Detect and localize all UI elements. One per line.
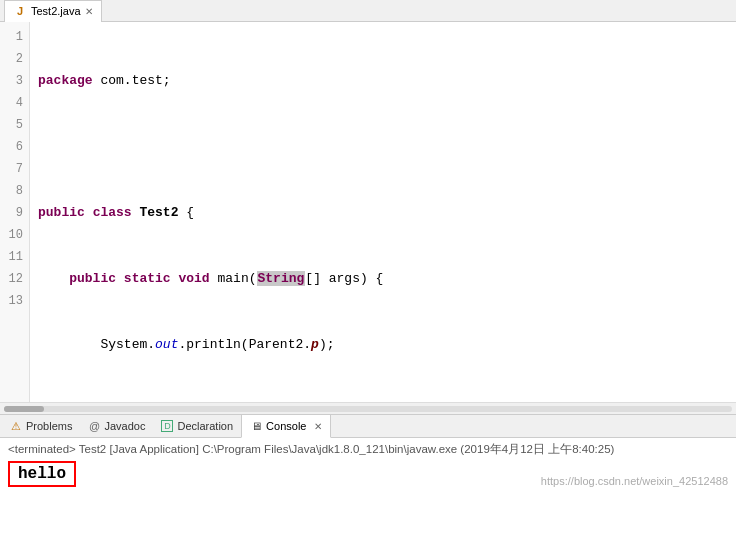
line-numbers: 1 2 3 4⊖ 5 6 7 8 9 10⊖ 11 12 13	[0, 22, 30, 402]
code-line-4: public static void main(String[] args) {	[38, 268, 736, 290]
declaration-icon: D	[161, 420, 173, 432]
console-icon: 🖥	[250, 420, 262, 432]
code-line-1: package com.test;	[38, 70, 736, 92]
line-num-7: 7	[4, 158, 23, 180]
code-content[interactable]: package com.test; public class Test2 { p…	[30, 22, 736, 402]
line-num-13: 13	[4, 290, 23, 312]
line-num-11: 11	[4, 246, 23, 268]
line-num-3: 3	[4, 70, 23, 92]
console-output-area: hello	[8, 461, 76, 487]
editor-tab-bar: J Test2.java ✕	[0, 0, 736, 22]
line-num-4: 4⊖	[4, 92, 23, 114]
problems-icon: ⚠	[10, 420, 22, 432]
tab-problems[interactable]: ⚠ Problems	[2, 414, 80, 438]
horizontal-scrollbar[interactable]	[0, 402, 736, 414]
code-line-3: public class Test2 {	[38, 202, 736, 224]
code-line-5: System.out.println(Parent2.p);	[38, 334, 736, 356]
java-file-icon: J	[13, 4, 27, 18]
problems-label: Problems	[26, 420, 72, 432]
tab-declaration[interactable]: D Declaration	[153, 414, 241, 438]
scrollbar-track[interactable]	[4, 406, 732, 412]
declaration-label: Declaration	[177, 420, 233, 432]
code-line-2	[38, 136, 736, 158]
scrollbar-thumb[interactable]	[4, 406, 44, 412]
console-terminated-text: <terminated> Test2 [Java Application] C:…	[8, 442, 728, 457]
watermark-text: https://blog.csdn.net/weixin_42512488	[541, 475, 728, 487]
tab-javadoc[interactable]: @ Javadoc	[80, 414, 153, 438]
code-line-6: }	[38, 400, 736, 402]
line-num-8: 8	[4, 180, 23, 202]
bottom-tab-bar: ⚠ Problems @ Javadoc D Declaration 🖥 Con…	[0, 414, 736, 438]
line-num-1: 1	[4, 26, 23, 48]
file-tab-test2[interactable]: J Test2.java ✕	[4, 0, 102, 22]
tab-console[interactable]: 🖥 Console ✕	[241, 414, 331, 438]
line-num-6: 6	[4, 136, 23, 158]
tab-close-icon[interactable]: ✕	[85, 6, 93, 17]
console-output-row: hello https://blog.csdn.net/weixin_42512…	[8, 461, 728, 487]
line-num-10: 10⊖	[4, 224, 23, 246]
line-num-12: 12	[4, 268, 23, 290]
line-num-5: 5	[4, 114, 23, 136]
javadoc-icon: @	[88, 420, 100, 432]
code-editor: 1 2 3 4⊖ 5 6 7 8 9 10⊖ 11 12 13 package …	[0, 22, 736, 402]
console-label: Console	[266, 420, 306, 432]
console-hello-output: hello	[8, 461, 76, 487]
console-close-icon[interactable]: ✕	[314, 421, 322, 432]
line-num-2: 2	[4, 48, 23, 70]
line-num-9: 9	[4, 202, 23, 224]
console-panel: <terminated> Test2 [Java Application] C:…	[0, 438, 736, 524]
javadoc-label: Javadoc	[104, 420, 145, 432]
tab-label: Test2.java	[31, 5, 81, 17]
